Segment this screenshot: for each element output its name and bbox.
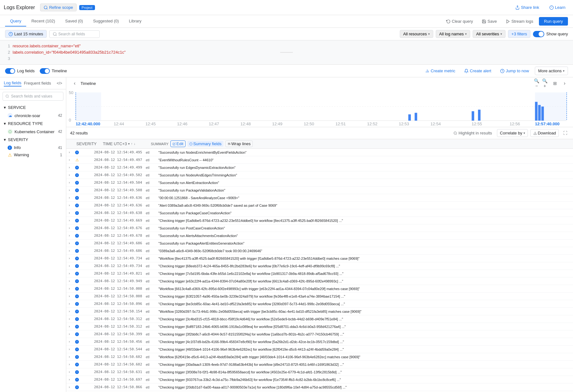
expand-row-arrow[interactable]: › xyxy=(69,204,74,207)
table-row[interactable]: › i 2024-08-12 12:54:50.154 etl "Workflo… xyxy=(66,308,573,315)
table-row[interactable]: › i 2024-08-12 12:54:49.669 etl "Checkin… xyxy=(66,217,573,224)
table-row[interactable]: › i 2024-08-12 12:54:49.508 etl "Success… xyxy=(66,187,573,194)
table-row[interactable]: › i 2024-08-12 12:54:49.504 etl "Success… xyxy=(66,179,573,187)
expand-row-arrow[interactable]: › xyxy=(69,241,74,245)
expand-row-arrow[interactable]: › xyxy=(69,211,74,215)
search-bar[interactable]: Search all fields xyxy=(49,30,100,38)
code-view-toggle[interactable]: </> xyxy=(57,81,62,86)
search-fields-input[interactable]: Search fields and values xyxy=(3,92,63,101)
table-row[interactable]: › i 2024-08-12 12:54:50.008 etl "Workflo… xyxy=(66,285,573,293)
expand-row-arrow[interactable]: › xyxy=(69,332,74,336)
table-row[interactable]: › i 2024-08-12 12:54:49.678 etl "Success… xyxy=(66,232,573,240)
tab-saved[interactable]: Saved (0) xyxy=(60,16,88,27)
expand-row-arrow[interactable]: › xyxy=(69,317,74,321)
zoom-out-button[interactable]: 🔍− xyxy=(533,80,541,87)
table-row[interactable]: › ⚠ 2024-08-12 12:54:49.497 etl "EventWi… xyxy=(66,156,573,164)
table-row[interactable]: › i 2024-08-12 12:54:49.686 etl "0389a3a… xyxy=(66,247,573,255)
log-names-filter-button[interactable]: All log names ▾ xyxy=(436,30,470,38)
service-section-header[interactable]: ▾ SERVICE xyxy=(0,103,66,112)
tab-suggested[interactable]: Suggested (0) xyxy=(88,16,124,27)
summary-fields-button[interactable]: Summary fields xyxy=(187,141,223,147)
highlight-in-results-button[interactable]: Highlight in results xyxy=(451,129,494,137)
table-row[interactable]: › i 2024-08-12 12:54:50.697 etl "Checkin… xyxy=(66,376,573,383)
run-query-button[interactable]: Run query xyxy=(539,17,568,26)
time-selector-button[interactable]: Last 15 minutes xyxy=(5,30,47,38)
share-link-button[interactable]: Share link xyxy=(511,3,543,12)
severity-item-warning[interactable]: ⚠ Warning 1 xyxy=(0,151,66,158)
expand-row-arrow[interactable]: › xyxy=(69,279,74,283)
expand-row-arrow[interactable]: › xyxy=(69,302,74,306)
tab-query[interactable]: Query xyxy=(5,16,26,27)
refine-scope-button[interactable]: Refine scope xyxy=(40,3,77,11)
expand-row-arrow[interactable]: › xyxy=(69,340,74,343)
expand-row-arrow[interactable]: › xyxy=(69,188,74,192)
table-row[interactable]: › i 2024-08-12 12:54:50.544 etl "Checkin… xyxy=(66,346,573,353)
timeline-nav-right[interactable]: › xyxy=(561,79,568,87)
expand-row-arrow[interactable]: › xyxy=(69,257,74,260)
create-alert-button[interactable]: Create alert xyxy=(461,67,494,75)
table-row[interactable]: › i 2024-08-12 12:54:50.399 etl "Checkin… xyxy=(66,330,573,338)
expand-row-arrow[interactable]: › xyxy=(69,196,74,199)
severity-section-header[interactable]: ▾ SEVERITY xyxy=(0,135,66,144)
expand-row-arrow[interactable]: › xyxy=(69,294,74,298)
expand-timeline-button[interactable]: ⊞ xyxy=(551,80,559,87)
resource-item-kubernetes[interactable]: ⬡ Kubernetes Container 42 xyxy=(0,128,66,135)
tab-frequent-fields[interactable]: Frequent fields xyxy=(24,80,51,86)
table-row[interactable]: › i 2024-08-12 12:54:50.008 etl "Checkin… xyxy=(66,293,573,300)
expand-row-arrow[interactable]: › xyxy=(69,181,74,184)
expand-row-arrow[interactable]: › xyxy=(69,166,74,169)
expand-row-arrow[interactable]: › xyxy=(69,234,74,237)
resource-filter-button[interactable]: All resources ▾ xyxy=(400,30,433,38)
table-row[interactable]: › i 2024-08-12 12:54:49.495 etl "Success… xyxy=(66,149,573,156)
expand-row-arrow[interactable]: › xyxy=(69,264,74,268)
table-row[interactable]: › i 2024-08-12 12:54:50.602 etl "Checkin… xyxy=(66,361,573,368)
fullscreen-button[interactable]: ⛶ xyxy=(561,129,569,137)
table-row[interactable]: › i 2024-08-12 12:54:50.602 etl "Workflo… xyxy=(66,353,573,361)
expand-row-arrow[interactable]: › xyxy=(69,385,74,389)
resource-type-section-header[interactable]: ▾ RESOURCE TYPE xyxy=(0,119,66,128)
create-metric-button[interactable]: Create metric xyxy=(422,67,458,75)
table-row[interactable]: › i 2024-08-12 12:54:50.866 etl "Checkin… xyxy=(66,383,573,391)
expand-row-arrow[interactable]: › xyxy=(69,219,74,222)
table-row[interactable]: › i 2024-08-12 12:54:49.734 etl "Workflo… xyxy=(66,255,573,262)
severity-filter-button[interactable]: All severities ▾ xyxy=(473,30,505,38)
table-row[interactable]: › i 2024-08-12 12:54:49.636 etl "00:00:0… xyxy=(66,194,573,202)
table-row[interactable]: › i 2024-08-12 12:54:49.676 etl "Success… xyxy=(66,224,573,232)
table-row[interactable]: › i 2024-08-12 12:54:49.499 etl "Success… xyxy=(66,164,573,171)
expand-row-arrow[interactable]: › xyxy=(69,347,74,351)
jump-to-now-button[interactable]: Jump to now xyxy=(497,67,532,75)
tab-log-fields[interactable]: Log fields xyxy=(4,80,21,86)
expand-row-arrow[interactable]: › xyxy=(69,370,74,374)
table-row[interactable]: › i 2024-08-12 12:54:49.502 etl "Success… xyxy=(66,171,573,179)
expand-row-arrow[interactable]: › xyxy=(69,249,74,252)
timeline-nav-left[interactable]: ‹ xyxy=(71,79,78,87)
code-editor[interactable]: 1 resource.labels.container_name="etl" 2… xyxy=(0,40,573,65)
expand-row-arrow[interactable]: › xyxy=(69,151,74,154)
learn-button[interactable]: Learn xyxy=(546,3,569,12)
expand-row-arrow[interactable]: › xyxy=(69,378,74,381)
stream-logs-button[interactable]: Stream logs xyxy=(503,17,536,26)
expand-row-arrow[interactable]: › xyxy=(69,226,74,230)
zoom-in-button[interactable]: 🔍+ xyxy=(541,80,549,87)
table-row[interactable]: › i 2024-08-12 12:54:49.734 etl "Checkin… xyxy=(66,262,573,270)
expand-row-arrow[interactable]: › xyxy=(69,310,74,313)
table-row[interactable]: › i 2024-08-12 12:54:49.636 etl "Alert 0… xyxy=(66,202,573,209)
expand-row-arrow[interactable]: › xyxy=(69,173,74,177)
edit-button[interactable]: Edit xyxy=(170,140,186,147)
download-button[interactable]: Download xyxy=(530,129,559,137)
expand-row-arrow[interactable]: › xyxy=(69,325,74,328)
expand-row-arrow[interactable]: › xyxy=(69,287,74,290)
clear-query-button[interactable]: Clear query xyxy=(443,17,476,26)
expand-row-arrow[interactable]: › xyxy=(69,363,74,366)
save-button[interactable]: Save xyxy=(479,17,500,26)
service-item-chronicle-soar[interactable]: ☁ chronicle-soar 42 xyxy=(0,112,66,119)
expand-row-arrow[interactable]: › xyxy=(69,355,74,359)
table-row[interactable]: › i 2024-08-12 12:54:50.312 etl "Checkin… xyxy=(66,323,573,330)
table-row[interactable]: › i 2024-08-12 12:54:50.312 etl "Checkin… xyxy=(66,315,573,323)
show-query-toggle[interactable]: Show query xyxy=(533,31,568,37)
timeline-toggle[interactable] xyxy=(40,68,50,74)
log-fields-toggle[interactable] xyxy=(5,68,15,74)
more-filters-button[interactable]: +3 filters xyxy=(508,30,531,38)
correlate-by-button[interactable]: Correlate by ▾ xyxy=(497,129,528,137)
tab-library[interactable]: Library xyxy=(124,16,147,27)
